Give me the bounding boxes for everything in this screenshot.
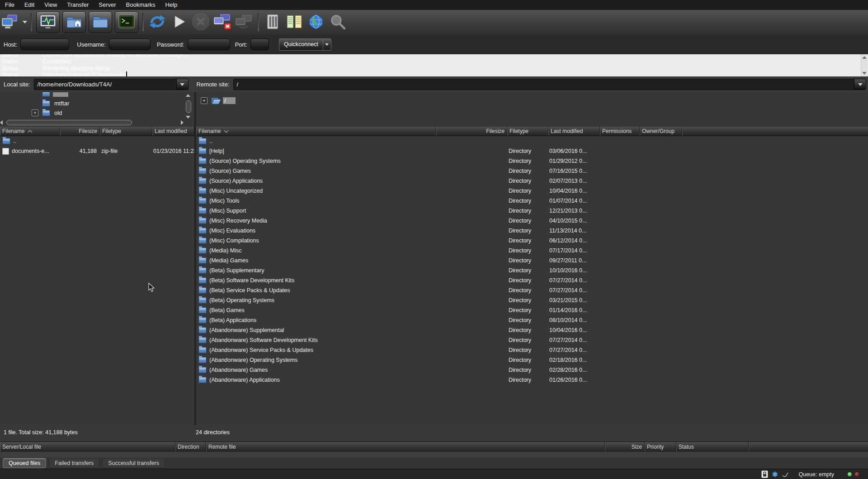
local-file-list[interactable]: Filename Filesize Filetype Last modified… <box>0 127 194 425</box>
local-site-value[interactable]: /home/nero/Downloads/T4A/ <box>34 81 176 88</box>
file-row[interactable]: (Media) Misc Directory 07/17/2014 0... <box>196 246 868 256</box>
local-site-combo[interactable]: /home/nero/Downloads/T4A/ <box>34 79 189 90</box>
remote-site-dropdown-icon[interactable] <box>854 79 866 90</box>
queue-tab[interactable]: Successful transfers <box>102 458 165 468</box>
message-log[interactable]: Status: Connection established, waiting … <box>0 54 868 76</box>
quickconnect-button[interactable]: Quickconnect <box>279 38 331 51</box>
file-row[interactable]: (Abandonware) Applications Directory 01/… <box>196 375 868 385</box>
file-row[interactable]: (Source) Operating Systems Directory 01/… <box>196 156 868 166</box>
local-tree-vscrollbar[interactable] <box>185 93 192 119</box>
toggle-queue-button[interactable] <box>115 11 138 33</box>
menu-item[interactable]: Help <box>160 0 183 10</box>
site-manager-button[interactable] <box>1 11 27 33</box>
port-input[interactable] <box>250 38 269 50</box>
column-header-remote-file[interactable]: Remote file <box>206 442 605 452</box>
column-header-filename[interactable]: Filename <box>196 127 436 136</box>
file-row[interactable]: (Source) Applications Directory 02/07/20… <box>196 176 868 186</box>
tree-item[interactable] <box>0 92 194 99</box>
synchronized-browsing-button[interactable] <box>306 11 326 33</box>
file-row[interactable]: (Abandonware) Supplemental Directory 10/… <box>196 325 868 335</box>
file-row[interactable]: [Help] Directory 03/06/2016 0... <box>196 146 868 156</box>
scroll-down-icon[interactable] <box>862 71 867 76</box>
column-header-owner-group[interactable]: Owner/Group <box>640 127 682 136</box>
file-row[interactable]: .. <box>0 136 194 146</box>
file-row[interactable]: (Beta) Software Development Kits Directo… <box>196 275 868 285</box>
expander-plus-icon[interactable]: + <box>201 97 208 104</box>
column-header-permissions[interactable]: Permissions <box>600 127 640 136</box>
remote-file-list[interactable]: Filename Filesize Filetype Last modified… <box>196 127 868 425</box>
column-header-status[interactable]: Status <box>676 442 749 452</box>
menu-item[interactable]: Edit <box>19 0 39 10</box>
menu-item[interactable]: Bookmarks <box>121 0 160 10</box>
menu-item[interactable]: View <box>39 0 62 10</box>
local-site-dropdown-icon[interactable] <box>176 79 188 90</box>
queue-tab[interactable]: Failed transfers <box>49 458 99 468</box>
log-scrollbar[interactable] <box>861 54 868 76</box>
menu-item[interactable]: Server <box>94 0 121 10</box>
scroll-down-icon[interactable] <box>186 115 190 119</box>
host-input[interactable] <box>20 38 69 50</box>
cancel-button[interactable] <box>191 11 211 33</box>
column-header-filesize[interactable]: Filesize <box>436 127 507 136</box>
column-header-size[interactable]: Size <box>605 442 645 452</box>
file-row[interactable]: (Beta) Service Packs & Updates Directory… <box>196 285 868 295</box>
disconnect-button[interactable] <box>212 11 232 33</box>
tree-item[interactable]: + old <box>0 108 194 118</box>
scrollbar-thumb[interactable] <box>6 120 132 125</box>
menu-item[interactable]: File <box>0 0 19 10</box>
file-row[interactable]: .. <box>196 136 868 146</box>
site-manager-dropdown-icon[interactable] <box>23 21 27 24</box>
file-row[interactable]: (Misc) Compilations Directory 06/12/2014… <box>196 236 868 246</box>
remote-site-combo[interactable]: / <box>233 79 866 90</box>
file-row[interactable]: (Abandonware) Software Development Kits … <box>196 335 868 345</box>
username-input[interactable] <box>109 38 151 50</box>
tree-item[interactable]: mtftar <box>0 99 194 108</box>
queue-tab[interactable]: Queued files <box>3 458 46 468</box>
toggle-remote-tree-button[interactable] <box>89 11 112 33</box>
column-header-priority[interactable]: Priority <box>645 442 676 452</box>
file-row[interactable]: (Media) Games Directory 09/27/2011 0... <box>196 256 868 266</box>
file-row[interactable]: (Beta) Operating Systems Directory 03/21… <box>196 295 868 305</box>
local-directory-tree[interactable]: mtftar + old <box>0 92 194 127</box>
local-tree-hscrollbar[interactable] <box>0 119 185 126</box>
toggle-local-tree-button[interactable] <box>62 11 86 33</box>
directory-comparison-button[interactable] <box>284 11 304 33</box>
file-row[interactable]: (Abandonware) Service Packs & Updates Di… <box>196 345 868 355</box>
column-header-last-modified[interactable]: Last modified <box>548 127 600 136</box>
expander-plus-icon[interactable]: + <box>32 109 38 116</box>
column-header-direction[interactable]: Direction <box>175 442 206 452</box>
file-row[interactable]: (Misc) Support Directory 12/21/2013 0... <box>196 206 868 216</box>
menu-item[interactable]: Transfer <box>62 0 94 10</box>
file-row[interactable]: (Source) Games Directory 07/16/2015 0... <box>196 166 868 176</box>
scroll-up-icon[interactable] <box>862 55 867 60</box>
refresh-button[interactable] <box>147 11 167 33</box>
file-row[interactable]: (Abandonware) Games Directory 02/28/2016… <box>196 365 868 375</box>
file-row[interactable]: (Beta) Applications Directory 08/10/2014… <box>196 315 868 325</box>
find-files-button[interactable] <box>328 11 348 33</box>
gear-icon[interactable]: ✱ <box>772 471 778 478</box>
remote-directory-tree[interactable]: + / <box>196 92 868 127</box>
column-header-filename[interactable]: Filename <box>0 127 60 136</box>
process-queue-button[interactable] <box>169 11 189 33</box>
reconnect-button[interactable] <box>234 11 254 33</box>
quickconnect-dropdown-icon[interactable] <box>323 38 331 51</box>
scroll-up-icon[interactable] <box>186 93 190 98</box>
quickconnect-button-label[interactable]: Quickconnect <box>279 38 323 51</box>
toggle-message-log-button[interactable] <box>36 11 60 33</box>
remote-site-value[interactable]: / <box>234 81 854 88</box>
file-row[interactable]: (Abandonware) Operating Systems Director… <box>196 355 868 365</box>
column-header-filetype[interactable]: Filetype <box>100 127 152 136</box>
column-header-filesize[interactable]: Filesize <box>60 127 100 136</box>
password-input[interactable] <box>188 38 230 50</box>
filter-button[interactable] <box>263 11 283 33</box>
file-row[interactable]: documents-e... 41,188 zip-file 01/23/201… <box>0 146 194 156</box>
file-row[interactable]: (Beta) Games Directory 01/14/2016 0... <box>196 305 868 315</box>
scrollbar-thumb[interactable] <box>186 100 191 113</box>
file-row[interactable]: (Misc) Evaluations Directory 11/13/2014 … <box>196 226 868 236</box>
column-header-server-local-file[interactable]: Server/Local file <box>0 442 175 452</box>
queue-list-empty[interactable] <box>0 452 868 458</box>
column-header-last-modified[interactable]: Last modified <box>152 127 194 136</box>
file-row[interactable]: (Misc) Uncategorized Directory 10/04/201… <box>196 186 868 196</box>
file-row[interactable]: (Beta) Supplementary Directory 10/10/201… <box>196 266 868 275</box>
scroll-right-icon[interactable] <box>181 120 184 125</box>
